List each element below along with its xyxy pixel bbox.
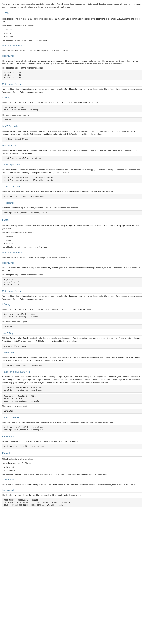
time-members: int secint minint hour — [2, 28, 142, 38]
teq-p: Two time objects are equal when they hav… — [2, 206, 142, 209]
dc-p1: The Date constructor will take 3 integer… — [2, 266, 142, 272]
ddtd2-p: This is a Private helper function and wi… — [2, 356, 142, 362]
ttts-code: int timeToSeconds() const; — [2, 137, 142, 142]
tts-c1: Time time = Time(17, 59, 1); cout << tim… — [2, 105, 142, 112]
event-h: Event — [2, 451, 142, 457]
tgl-p: The Time class will support the greater … — [2, 190, 142, 193]
tgl-code: bool operator<(const& Time other) const; — [2, 194, 142, 199]
dgl-p: The Date class will support the greater … — [2, 421, 142, 424]
event-p1: This class has these data members: — [2, 458, 142, 461]
event-p2: You will write the event class to have t… — [2, 473, 142, 476]
tgs-h: Getters and Setters — [2, 82, 142, 87]
dts-p: This function will return a string descr… — [2, 308, 142, 311]
dts-h: toString — [2, 302, 142, 307]
tts-p: This function will return a string descr… — [2, 101, 142, 104]
ddtd-code: int dateToDays() const; — [2, 344, 142, 348]
tstt-code: const Time secondsToTime(int s) const; — [2, 156, 142, 161]
date-p1: This class will represent a calendar day… — [2, 224, 142, 230]
ddc-p: The default constructor will initialize … — [2, 256, 142, 259]
dpm-p2: The above code should print: — [2, 405, 142, 408]
tts-c2: 17:59:01 — [2, 117, 142, 122]
dpm-c3: 12/2/2021 — [2, 408, 142, 414]
event-stray: gramming Assignment 5 - Classes — [2, 462, 142, 465]
time-p2: This class has these data members: — [2, 24, 142, 27]
dc-h: Constructor — [2, 261, 142, 266]
dgl-h: > and < overload — [2, 416, 142, 420]
ddtd-h: dateToDays — [2, 332, 142, 336]
ec-h: Constructor — [2, 478, 142, 482]
teq-code: bool operator==(const& Time other) const… — [2, 210, 142, 216]
tc-code: seconds: 0 -> 59 minutes: 0 -> 59 hours:… — [2, 70, 142, 80]
ehp-code: Date today = Date(10, 20, 2021); Event e… — [2, 498, 142, 508]
tstt-h: secondsToTime — [2, 144, 142, 148]
tdc-p: The default constructor will initialize … — [2, 49, 142, 52]
tts-p2: The above code should return: — [2, 114, 142, 116]
dgl-code: bool operator<(const& Date other) const;… — [2, 425, 142, 432]
deq-code: bool operator==(const& Date other) const… — [2, 444, 142, 449]
tgl-h: > and < operators — [2, 185, 142, 189]
tdc-h: Default Constructor — [2, 44, 142, 48]
ddc-h: Default Constructor — [2, 251, 142, 255]
tpm-code: const Time operator+(const &Time other) … — [2, 175, 142, 183]
tts-h: toString — [2, 96, 142, 100]
ddtd2-h: daysToDate — [2, 351, 142, 355]
ehp-h: hasPassed — [2, 488, 142, 492]
dc-code: day: 1 -> 31 month: 1 -> 12 year: 0 -> i… — [2, 277, 142, 287]
event-members: Date dateTime time — [2, 466, 142, 472]
dpm-p: Sometimes it doesn't make sense to add t… — [2, 375, 142, 384]
tc-h: Constructor — [2, 54, 142, 58]
date-p3: You will write the date class to have th… — [2, 246, 142, 249]
dpm-c1: const Date operator+(int other) const; c… — [2, 385, 142, 392]
ttts-p: This is a Private helper function and wi… — [2, 130, 142, 136]
ttts-h: timeToSeconds — [2, 124, 142, 129]
deq-p: Two date objects are equal when they hav… — [2, 440, 142, 443]
dts-c1: Date date = Date(5, 2, 1999); cout << da… — [2, 312, 142, 319]
dc-p2: The accepted ranges of the member variab… — [2, 273, 142, 276]
time-p1: This class is going to represent a 24-ho… — [2, 18, 142, 23]
dgs-h: Getters and Setters — [2, 290, 142, 294]
tgs-p: You should create a getter and setter me… — [2, 88, 142, 94]
ec-p: The event constructor will take two stri… — [2, 483, 142, 486]
date-h: Date — [2, 218, 142, 223]
tpm-h: + and - operators — [2, 163, 142, 167]
dpm-c2: Date date1 = Date(5, 2, 2021); date1 = d… — [2, 394, 142, 404]
ddtd-p: This is a Private helper function and wi… — [2, 337, 142, 342]
tstt-p: This is a Private helper function and wi… — [2, 149, 142, 155]
dts-p2: The above code should print: — [2, 320, 142, 323]
dpm-h: + and - overload (Date + int) — [2, 370, 142, 374]
ddtd2-code: const Date daysToDate(int ndays) const; — [2, 363, 142, 368]
date-p2: This class has these data members: — [2, 231, 142, 234]
teq-h: == operator — [2, 201, 142, 206]
tpm-p: The time class will support the addition… — [2, 168, 142, 174]
intro: You are going to be creating part of an … — [2, 2, 142, 8]
ehp-p: This function will return True if the ev… — [2, 494, 142, 497]
dgs-p: You should create a getter and setter me… — [2, 294, 142, 300]
dts-c2: 5/2/1999 — [2, 324, 142, 329]
deq-h: == overload — [2, 434, 142, 439]
time-p3: You will write the time class to have th… — [2, 39, 142, 42]
time-h: Time — [2, 11, 142, 16]
date-members: int monthint dayint year — [2, 235, 142, 245]
tc-p2: The accepted ranges of the member variab… — [2, 66, 142, 70]
tc-p1: The time constructor will take in 3 inte… — [2, 60, 142, 65]
